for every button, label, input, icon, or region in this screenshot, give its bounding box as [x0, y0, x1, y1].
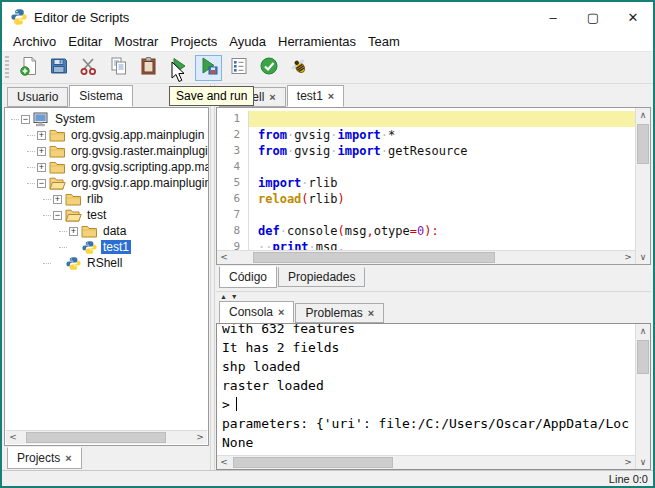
menu-mostrar[interactable]: Mostrar: [108, 34, 164, 49]
console-tab-consola[interactable]: Consola×: [219, 301, 294, 323]
menu-archivo[interactable]: Archivo: [7, 34, 62, 49]
save-button[interactable]: [45, 55, 72, 81]
code-line[interactable]: 2from·gvsig·import·*: [217, 127, 635, 143]
browser-tab-sistema[interactable]: Sistema: [69, 85, 132, 107]
tree-item-org-gvsig-scripting-app-main[interactable]: +org.gvsig.scripting.app.main: [7, 159, 208, 175]
browser-tab-usuario[interactable]: Usuario: [7, 87, 68, 107]
code-line[interactable]: 6reload(rlib): [217, 191, 635, 207]
code-line[interactable]: 1: [217, 111, 635, 127]
expand-toggle-icon[interactable]: +: [37, 163, 46, 172]
menu-team[interactable]: Team: [362, 34, 406, 49]
syntax-check-button[interactable]: [255, 55, 282, 81]
text-caret: [236, 397, 237, 411]
scroll-down-icon[interactable]: ∨: [636, 455, 650, 469]
new-script-button[interactable]: [15, 55, 42, 81]
editor-horizontal-scrollbar[interactable]: < >: [217, 250, 635, 264]
close-icon[interactable]: ×: [269, 92, 275, 103]
expand-toggle-icon[interactable]: +: [37, 131, 46, 140]
view-tab-propiedades[interactable]: Propiedades: [278, 267, 365, 287]
horizontal-splitter[interactable]: ▲ ▼: [216, 291, 651, 300]
console-lines[interactable]: with 632 featuresIt has 2 fieldsshp load…: [217, 323, 635, 455]
close-button[interactable]: ✕: [613, 2, 653, 32]
console-vertical-scrollbar[interactable]: ∧ ∨: [635, 324, 650, 469]
properties-button[interactable]: [225, 55, 252, 81]
tree-item-org-gvsig-app-mainplugin[interactable]: +org.gvsig.app.mainplugin: [7, 127, 208, 143]
view-tab-co-digo[interactable]: Código: [219, 266, 277, 288]
code-line[interactable]: 8def·console(msg,otype=0):: [217, 223, 635, 239]
line-number: 9: [217, 239, 249, 250]
close-icon[interactable]: ×: [328, 91, 334, 102]
collapse-toggle-icon[interactable]: −: [37, 179, 46, 188]
tree-item-label: data: [101, 224, 128, 238]
expand-toggle-icon[interactable]: +: [37, 147, 46, 156]
debug-button[interactable]: [285, 55, 312, 81]
cut-button[interactable]: [75, 55, 102, 81]
collapse-toggle-icon[interactable]: −: [21, 115, 30, 124]
copy-icon: [109, 56, 129, 79]
scroll-left-icon[interactable]: <: [217, 456, 231, 470]
editor-vertical-scrollbar[interactable]: ∧ ∨: [635, 108, 650, 264]
splitter-arrows-icon[interactable]: ▲ ▼: [220, 293, 239, 300]
copy-button[interactable]: [105, 55, 132, 81]
scrollbar-thumb[interactable]: [637, 124, 649, 164]
folder-open-icon: [65, 208, 82, 223]
console-tabs: Consola×Problemas×: [216, 300, 651, 323]
expand-toggle-icon[interactable]: +: [53, 195, 62, 204]
window-controls: – ▢ ✕: [533, 2, 653, 32]
python-icon: [81, 240, 98, 255]
maximize-button[interactable]: ▢: [573, 2, 613, 32]
tree-item-rlib[interactable]: +rlib: [7, 191, 208, 207]
editor-tab-test1[interactable]: test1×: [287, 85, 344, 107]
tree-connector: [43, 263, 51, 264]
close-icon[interactable]: ×: [65, 453, 71, 464]
scrollbar-thumb[interactable]: [233, 457, 393, 468]
tree-item-org-gvsig-raster-mainplugin[interactable]: +org.gvsig.raster.mainplugin: [7, 143, 208, 159]
tree-item-label: org.gvsig.app.mainplugin: [69, 128, 206, 142]
toolbar-grip[interactable]: [5, 56, 9, 80]
menu-herramientas[interactable]: Herramientas: [272, 34, 362, 49]
scroll-left-icon[interactable]: <: [6, 431, 20, 445]
tree-item-test1[interactable]: test1: [7, 239, 208, 255]
code-line[interactable]: 9··print·msg,: [217, 239, 635, 250]
tree-item-data[interactable]: +data: [7, 223, 208, 239]
scroll-left-icon[interactable]: <: [217, 251, 231, 265]
scroll-right-icon[interactable]: >: [621, 456, 635, 470]
console-tab-problemas[interactable]: Problemas×: [295, 303, 384, 323]
save-and-run-button[interactable]: [195, 55, 222, 81]
tree-item-rshell[interactable]: RShell: [7, 255, 208, 271]
title-bar: Editor de Scripts – ▢ ✕: [2, 2, 653, 32]
close-icon[interactable]: ×: [278, 307, 284, 318]
tree-item-test[interactable]: −test: [7, 207, 208, 223]
menu-editar[interactable]: Editar: [62, 34, 108, 49]
code-line[interactable]: 4: [217, 159, 635, 175]
menu-ayuda[interactable]: Ayuda: [223, 34, 272, 49]
scrollbar-thumb[interactable]: [253, 252, 495, 263]
scrollbar-thumb[interactable]: [637, 340, 649, 374]
code-editor: 12from·gvsig·import·*3from·gvsig·import·…: [216, 107, 651, 265]
scrollbar-thumb[interactable]: [26, 432, 166, 443]
vertical-splitter[interactable]: [210, 84, 215, 470]
tree-item-system[interactable]: −System: [7, 111, 208, 127]
editor-lines[interactable]: 12from·gvsig·import·*3from·gvsig·import·…: [217, 108, 635, 250]
menu-projects[interactable]: Projects: [164, 34, 223, 49]
panel-tab-projects[interactable]: Projects×: [7, 447, 82, 469]
expand-toggle-icon[interactable]: +: [69, 227, 78, 236]
scroll-down-icon[interactable]: ∨: [636, 250, 650, 264]
menu-bar: ArchivoEditarMostrarProjectsAyudaHerrami…: [2, 32, 653, 52]
code-line[interactable]: 5import·rlib: [217, 175, 635, 191]
scroll-up-icon[interactable]: ∧: [636, 324, 650, 338]
scroll-up-icon[interactable]: ∧: [636, 108, 650, 122]
tree-item-label: System: [53, 112, 97, 126]
close-icon[interactable]: ×: [368, 308, 374, 319]
code-line[interactable]: 7: [217, 207, 635, 223]
tree-horizontal-scrollbar[interactable]: < >: [6, 430, 207, 444]
scroll-right-icon[interactable]: >: [621, 251, 635, 265]
scroll-right-icon[interactable]: >: [193, 431, 207, 445]
panel-tab-label: Projects: [17, 451, 60, 465]
minimize-button[interactable]: –: [533, 2, 573, 32]
tree-item-org-gvsig-r-app-mainplugin[interactable]: −org.gvsig.r.app.mainplugin: [7, 175, 208, 191]
collapse-toggle-icon[interactable]: −: [53, 211, 62, 220]
code-line[interactable]: 3from·gvsig·import·getResource: [217, 143, 635, 159]
console-horizontal-scrollbar[interactable]: < >: [217, 455, 635, 469]
paste-button[interactable]: [135, 55, 162, 81]
